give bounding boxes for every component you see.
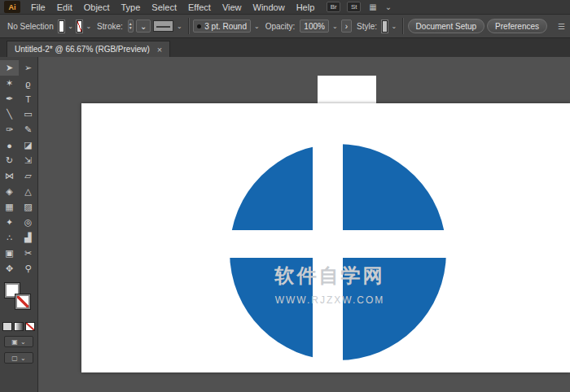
width-profile-chevron-icon[interactable]: ⌄ bbox=[176, 23, 183, 30]
close-tab-icon[interactable]: × bbox=[157, 45, 162, 54]
width-profile-preview[interactable] bbox=[153, 20, 173, 32]
magic-wand-tool[interactable]: ✶ bbox=[0, 76, 19, 91]
tools-grid: ➤ ➢ ✶ ϱ ✒ T ╲ ▭ ✑ ✎ ● ◪ ↻ ⇲ ⋈ ▱ ◈ △ ▦ ▨ … bbox=[0, 60, 37, 277]
zoom-tool[interactable]: ⚲ bbox=[19, 261, 37, 277]
style-label: Style: bbox=[354, 22, 379, 31]
mesh-tool[interactable]: ▦ bbox=[0, 199, 19, 215]
stroke-color-swatch[interactable] bbox=[15, 294, 30, 309]
opacity-label: Opacity: bbox=[263, 22, 298, 31]
document-tab-bar: Untitled-2* @ 66.67% (RGB/Preview) × bbox=[0, 38, 570, 57]
style-swatch[interactable] bbox=[382, 20, 388, 33]
direct-selection-tool[interactable]: ➢ bbox=[19, 60, 37, 76]
none-button[interactable] bbox=[25, 322, 35, 331]
stroke-weight-dropdown[interactable]: ⌄ bbox=[136, 20, 151, 33]
canvas[interactable]: 软件自学网 WWW.RJZXW.COM bbox=[38, 57, 570, 392]
width-tool[interactable]: ⋈ bbox=[0, 168, 19, 184]
free-transform-tool[interactable]: ▱ bbox=[19, 168, 37, 184]
tools-panel: ➤ ➢ ✶ ϱ ✒ T ╲ ▭ ✑ ✎ ● ◪ ↻ ⇲ ⋈ ▱ ◈ △ ▦ ▨ … bbox=[0, 57, 38, 392]
draw-mode-button[interactable]: ▣ ⌄ bbox=[4, 336, 33, 347]
chevron-down-icon: ⌄ bbox=[20, 338, 26, 346]
perspective-grid-tool[interactable]: △ bbox=[19, 184, 37, 199]
rectangle-tool[interactable]: ▭ bbox=[19, 107, 37, 122]
watermark-line1: 软件自学网 bbox=[208, 263, 452, 289]
chevron-down-icon: ⌄ bbox=[20, 355, 26, 362]
fill-swatch[interactable] bbox=[59, 20, 65, 33]
opacity-options-button[interactable]: › bbox=[341, 20, 352, 33]
menu-file[interactable]: File bbox=[25, 0, 51, 15]
artboard-tool[interactable]: ▣ bbox=[0, 246, 19, 261]
stepper-down-icon[interactable]: ▼ bbox=[129, 26, 133, 30]
selection-status: No Selection bbox=[5, 22, 56, 31]
color-mode-row bbox=[0, 322, 37, 331]
menu-type[interactable]: Type bbox=[116, 0, 147, 15]
pen-tool[interactable]: ✒ bbox=[0, 91, 19, 107]
blend-tool[interactable]: ◎ bbox=[19, 215, 37, 230]
selection-tool[interactable]: ➤ bbox=[0, 60, 19, 76]
brush-preview-icon bbox=[197, 24, 201, 28]
align-icon[interactable]: ☰ bbox=[558, 22, 565, 31]
stroke-swatch[interactable] bbox=[77, 20, 83, 33]
opacity-chevron-icon[interactable]: ⌄ bbox=[331, 23, 339, 30]
watermark-line2: WWW.RJZXW.COM bbox=[208, 294, 452, 306]
style-chevron-icon[interactable]: ⌄ bbox=[390, 23, 397, 30]
menu-effect[interactable]: Effect bbox=[182, 0, 217, 15]
brush-dropdown[interactable]: 3 pt. Round bbox=[193, 20, 251, 33]
stroke-label: Stroke: bbox=[94, 22, 125, 31]
stroke-chevron-icon[interactable]: ⌄ bbox=[85, 23, 92, 30]
menu-help[interactable]: Help bbox=[291, 0, 321, 15]
illustrator-window: Ai File Edit Object Type Select Effect V… bbox=[0, 0, 570, 392]
fill-chevron-icon[interactable]: ⌄ bbox=[67, 23, 74, 30]
gradient-button[interactable] bbox=[14, 322, 24, 331]
watermark: 软件自学网 WWW.RJZXW.COM bbox=[208, 263, 452, 306]
app-logo-icon[interactable]: Ai bbox=[4, 1, 20, 13]
artboard[interactable]: 软件自学网 WWW.RJZXW.COM bbox=[81, 103, 570, 372]
scale-tool[interactable]: ⇲ bbox=[19, 153, 37, 168]
document-tab-title: Untitled-2* @ 66.67% (RGB/Preview) bbox=[15, 45, 150, 54]
rotate-tool[interactable]: ↻ bbox=[0, 153, 19, 168]
document-setup-button[interactable]: Document Setup bbox=[408, 19, 485, 33]
eraser-tool[interactable]: ◪ bbox=[19, 137, 37, 153]
fill-stroke-block bbox=[0, 281, 37, 319]
line-segment-tool[interactable]: ╲ bbox=[0, 107, 19, 122]
color-button[interactable] bbox=[2, 322, 12, 331]
cross-horizontal-bar-object[interactable] bbox=[220, 230, 456, 258]
blob-brush-tool[interactable]: ● bbox=[0, 137, 19, 153]
type-tool[interactable]: T bbox=[19, 91, 37, 107]
bridge-icon[interactable]: Br bbox=[327, 2, 340, 12]
menu-object[interactable]: Object bbox=[78, 0, 116, 15]
slice-tool[interactable]: ✂ bbox=[19, 246, 37, 261]
hand-tool[interactable]: ✥ bbox=[0, 261, 19, 277]
lasso-tool[interactable]: ϱ bbox=[19, 76, 37, 91]
shape-builder-tool[interactable]: ◈ bbox=[0, 184, 19, 199]
chevron-down-icon[interactable]: ⌄ bbox=[385, 2, 392, 11]
white-rectangle-object[interactable] bbox=[318, 76, 376, 104]
opacity-value-dropdown[interactable]: 100% bbox=[300, 20, 329, 33]
gradient-tool[interactable]: ▨ bbox=[19, 199, 37, 215]
paintbrush-tool[interactable]: ✑ bbox=[0, 122, 19, 137]
menu-window[interactable]: Window bbox=[248, 0, 291, 15]
eyedropper-tool[interactable]: ✦ bbox=[0, 215, 19, 230]
menubar: Ai File Edit Object Type Select Effect V… bbox=[0, 0, 570, 15]
brush-name: 3 pt. Round bbox=[204, 22, 247, 31]
preferences-button[interactable]: Preferences bbox=[487, 19, 547, 33]
column-graph-tool[interactable]: ▟ bbox=[19, 230, 37, 246]
menu-edit[interactable]: Edit bbox=[51, 0, 78, 15]
pencil-tool[interactable]: ✎ bbox=[19, 122, 37, 137]
menu-view[interactable]: View bbox=[217, 0, 248, 15]
draw-mode-icon: ▣ bbox=[11, 338, 18, 346]
document-tab[interactable]: Untitled-2* @ 66.67% (RGB/Preview) × bbox=[7, 41, 170, 57]
screen-mode-button[interactable]: ▢ ⌄ bbox=[4, 352, 33, 364]
stroke-weight-stepper[interactable]: ▲ ▼ bbox=[128, 20, 134, 33]
workspace-icon[interactable]: ▦ bbox=[369, 2, 376, 11]
stock-icon[interactable]: St bbox=[347, 2, 361, 12]
symbol-sprayer-tool[interactable]: ∴ bbox=[0, 230, 19, 246]
brush-chevron-icon[interactable]: ⌄ bbox=[253, 23, 261, 30]
menu-select[interactable]: Select bbox=[146, 0, 182, 15]
screen-mode-icon: ▢ bbox=[11, 355, 18, 362]
control-bar: No Selection ⌄ ⌄ Stroke: ▲ ▼ ⌄ ⌄ 3 pt. R… bbox=[0, 15, 570, 38]
